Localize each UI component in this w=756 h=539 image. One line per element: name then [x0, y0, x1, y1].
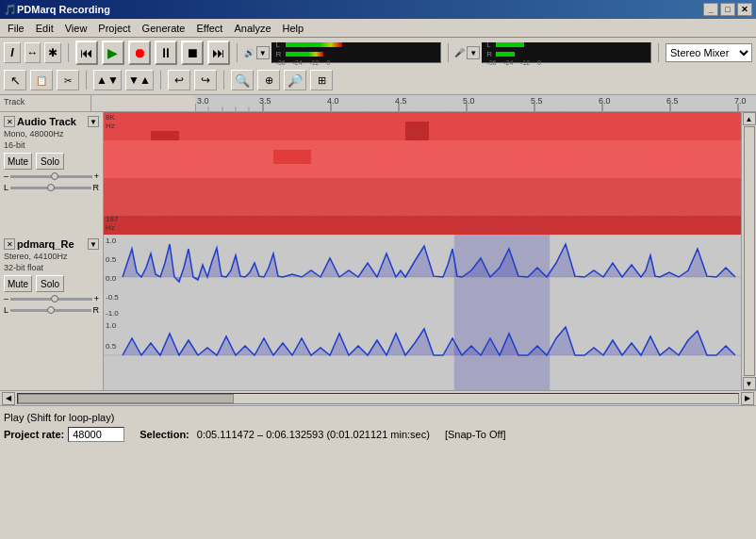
pdmarq-track-close-button[interactable]: ✕ — [4, 238, 15, 250]
vu-l-label: L — [276, 41, 284, 49]
envelope-tool-button[interactable]: 📋 — [30, 70, 53, 90]
pdmarq-waveform-ch1[interactable]: 1.0 0.5 0.0 -0.5 -1.0 — [104, 235, 741, 319]
vu-scale: -36 -24 -12 0 — [276, 59, 436, 66]
menu-view[interactable]: View — [59, 21, 93, 36]
audio-volume-track[interactable] — [10, 175, 92, 178]
minimize-button[interactable]: _ — [703, 3, 718, 16]
audio-pan-thumb[interactable] — [47, 184, 55, 191]
stop-button[interactable]: ⏹ — [181, 41, 204, 65]
pointer-tool-button[interactable]: ↖ — [4, 70, 26, 90]
pdmarq-waveform-ch2[interactable]: 1.0 0.5 — [104, 319, 741, 390]
record-button[interactable]: ⏺ — [128, 41, 151, 65]
out-vu-l-label: L — [486, 41, 494, 49]
app-icon: 🎵 — [4, 4, 17, 16]
out-vu-r-bar — [496, 52, 515, 57]
vu-l-row: L — [276, 41, 436, 49]
undo-button[interactable]: ↩ — [168, 70, 190, 90]
audio-track-container: ✕ Audio Track ▼ Mono, 48000Hz 16-bit Mut… — [0, 112, 741, 235]
window-controls: _ □ ✕ — [703, 3, 752, 16]
pdmarq-volume-thumb[interactable] — [51, 295, 58, 302]
h-scroll-thumb[interactable] — [18, 394, 234, 403]
pdmarq-pan-slider: L R — [4, 305, 99, 315]
svg-text:5.5: 5.5 — [531, 96, 543, 106]
menu-help[interactable]: Help — [277, 21, 310, 36]
selection-value: 0:05.111472 – 0:06.132593 (0:01.021121 m… — [197, 429, 430, 440]
pdmarq-volume-track[interactable] — [10, 298, 92, 301]
ruler: Track 3.0 3.5 4.0 4.5 5.0 5.5 6.0 6.5 7.… — [0, 95, 756, 112]
fast-forward-button[interactable]: ⏭ — [207, 41, 230, 65]
selection-tool-button[interactable]: I — [4, 42, 21, 63]
menu-generate[interactable]: Generate — [137, 21, 191, 36]
zoom-normal-button[interactable]: ⊕ — [257, 70, 280, 90]
audio-track-info: Mono, 48000Hz 16-bit — [4, 129, 99, 151]
menu-file[interactable]: File — [2, 21, 30, 36]
multi-tool-button[interactable]: ✂ — [57, 70, 79, 90]
volume-plus-label: + — [94, 172, 99, 181]
zoom-out-button[interactable]: 🔎 — [284, 70, 306, 90]
amp-label-n10: -1.0 — [106, 309, 119, 318]
separator-5 — [86, 71, 87, 90]
vu-scale-label: -36 -24 -12 0 — [276, 59, 331, 66]
scroll-thumb[interactable] — [744, 126, 755, 376]
separator-4 — [658, 43, 659, 62]
pdmarq-pan-r: R — [93, 305, 100, 315]
separator-1 — [68, 43, 69, 62]
pdmarq-solo-button[interactable]: Solo — [36, 275, 64, 292]
scroll-up-button[interactable]: ▲ — [743, 112, 756, 125]
audio-volume-thumb[interactable] — [51, 172, 58, 180]
out-vu-l-bar — [496, 42, 524, 47]
menu-analyze[interactable]: Analyze — [228, 21, 276, 36]
svg-text:4.5: 4.5 — [395, 96, 407, 106]
pdmarq-vol-minus: – — [4, 294, 8, 303]
audio-solo-button[interactable]: Solo — [36, 153, 64, 170]
scroll-down-button[interactable]: ▼ — [743, 377, 756, 390]
audio-track-close-button[interactable]: ✕ — [4, 116, 15, 127]
svg-rect-30 — [151, 131, 179, 140]
pan-r-label: R — [93, 183, 100, 192]
pdmarq-track-info-1: Stereo, 44100Hz — [4, 252, 99, 263]
zoom-out-wave-button[interactable]: ▼▲ — [125, 70, 154, 90]
amp-label-top: 1.0 — [106, 237, 116, 245]
audio-track-dropdown-button[interactable]: ▼ — [88, 116, 99, 127]
redo-button[interactable]: ↪ — [194, 70, 217, 90]
vertical-scrollbar[interactable]: ▲ ▼ — [741, 112, 756, 390]
play-button[interactable]: ▶ — [102, 41, 124, 65]
scroll-right-button[interactable]: ▶ — [741, 392, 754, 405]
zoom-in-button[interactable]: 🔍 — [231, 70, 254, 90]
mixer-select[interactable]: Stereo Mixer Mono Mix Left Channel Right… — [666, 43, 752, 62]
h-scroll-track[interactable] — [17, 393, 739, 404]
audio-track-info-1: Mono, 48000Hz — [4, 129, 99, 140]
pdmarq-pan-track[interactable] — [10, 309, 90, 312]
zoom-in-wave-button[interactable]: ▲▼ — [93, 70, 122, 90]
audio-track-header: ✕ Audio Track ▼ — [4, 116, 99, 127]
menu-edit[interactable]: Edit — [30, 21, 59, 36]
draw-tool-button[interactable]: ✱ — [44, 42, 61, 63]
audio-pan-track[interactable] — [10, 187, 90, 189]
pause-button[interactable]: ⏸ — [155, 41, 177, 65]
out-vu-r-row: R — [486, 50, 647, 58]
amp-label-n05: -0.5 — [106, 293, 119, 302]
zoom-fit-button[interactable]: ⊞ — [310, 70, 333, 90]
input-vu-meter: L R -36 -24 -12 0 — [271, 42, 441, 63]
menu-project[interactable]: Project — [92, 21, 136, 36]
pdmarq-track-dropdown-button[interactable]: ▼ — [88, 238, 99, 250]
menu-effect[interactable]: Effect — [190, 21, 228, 36]
pdmarq-pan-thumb[interactable] — [47, 306, 55, 314]
zoom-tool-button[interactable]: ↔ — [25, 42, 41, 63]
svg-text:6.0: 6.0 — [599, 96, 611, 106]
scroll-left-button[interactable]: ◀ — [2, 392, 15, 405]
audio-track-info-2: 16-bit — [4, 140, 99, 152]
pan-l-label: L — [4, 183, 8, 192]
input-vu-dropdown[interactable]: ▼ — [256, 46, 270, 59]
output-vu-dropdown[interactable]: ▼ — [467, 46, 480, 59]
close-button[interactable]: ✕ — [737, 3, 752, 16]
separator-7 — [223, 71, 224, 90]
pdmarq-mute-button[interactable]: Mute — [4, 275, 32, 292]
audio-track-waveform[interactable]: 8KHz 187Hz — [104, 112, 741, 235]
audio-mute-button[interactable]: Mute — [4, 153, 32, 170]
horizontal-scrollbar[interactable]: ◀ ▶ — [0, 390, 756, 405]
project-rate-value[interactable]: 48000 — [68, 427, 124, 442]
maximize-button[interactable]: □ — [720, 3, 735, 16]
rewind-button[interactable]: ⏮ — [75, 41, 98, 65]
amp-label-0: 0.0 — [106, 274, 116, 283]
